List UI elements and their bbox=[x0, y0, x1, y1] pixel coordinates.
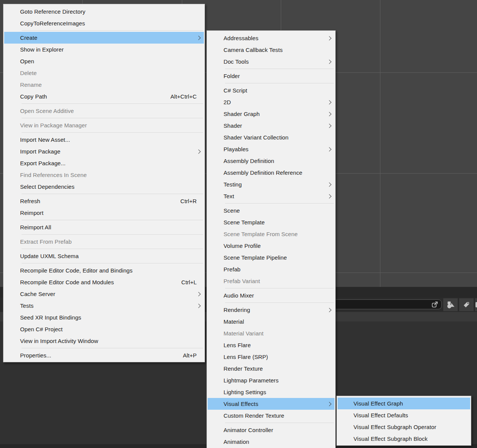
menu-item-addressables[interactable]: Addressables bbox=[208, 32, 335, 44]
submenu-arrow-icon bbox=[327, 147, 331, 151]
submenu-arrow-icon bbox=[327, 402, 331, 406]
menu-item-label: Update UXML Schema bbox=[4, 253, 204, 259]
menu-item-prefab[interactable]: Prefab bbox=[208, 263, 335, 275]
submenu-arrow-icon bbox=[327, 194, 331, 198]
menu-item-assembly-definition-reference[interactable]: Assembly Definition Reference bbox=[208, 167, 335, 179]
menu-item-material[interactable]: Material bbox=[208, 316, 335, 327]
search-by-type-button[interactable] bbox=[443, 298, 458, 311]
menu-item-show-in-explorer[interactable]: Show in Explorer bbox=[4, 44, 204, 55]
menu-item-select-dependencies[interactable]: Select Dependencies bbox=[4, 181, 204, 193]
menu-item-label: Visual Effect Graph bbox=[338, 400, 470, 407]
menu-item-label: Refresh bbox=[4, 198, 180, 204]
menu-item-lens-flare[interactable]: Lens Flare bbox=[208, 339, 335, 351]
menu-item-properties[interactable]: Properties...Alt+P bbox=[4, 349, 204, 361]
menu-item-label: Scene Template From Scene bbox=[208, 231, 335, 237]
clipped-edge-button[interactable] bbox=[475, 298, 477, 311]
menu-item-scene[interactable]: Scene bbox=[208, 205, 335, 216]
menu-item-open-c-project[interactable]: Open C# Project bbox=[4, 323, 204, 335]
menu-item-text[interactable]: Text bbox=[208, 190, 335, 202]
menu-item-open[interactable]: Open bbox=[4, 55, 204, 67]
menu-item-label: Shader Variant Collection bbox=[208, 134, 335, 141]
menu-item-audio-mixer[interactable]: Audio Mixer bbox=[208, 290, 335, 301]
menu-item-create[interactable]: Create bbox=[4, 32, 204, 44]
menu-item-volume-profile[interactable]: Volume Profile bbox=[208, 240, 335, 252]
menu-item-label: 2D bbox=[208, 99, 328, 105]
menu-item-label: Lighting Settings bbox=[208, 389, 335, 395]
menu-item-scene-template-pipeline[interactable]: Scene Template Pipeline bbox=[208, 252, 335, 263]
search-by-label-button[interactable] bbox=[459, 298, 474, 311]
menu-item-extract-from-prefab: Extract From Prefab bbox=[4, 236, 204, 247]
menu-item-label: Playables bbox=[208, 146, 328, 152]
menu-item-tests[interactable]: Tests bbox=[4, 300, 204, 312]
menu-item-reimport[interactable]: Reimport bbox=[4, 207, 204, 219]
menu-item-label: View in Package Manager bbox=[4, 122, 204, 128]
menu-item-recompile-editor-code-editor-and-bindings[interactable]: Recompile Editor Code, Editor and Bindin… bbox=[4, 265, 204, 276]
menu-item-doc-tools[interactable]: Doc Tools bbox=[208, 56, 335, 67]
menu-item-cache-server[interactable]: Cache Server bbox=[4, 288, 204, 300]
menu-item-animation[interactable]: Animation bbox=[208, 436, 335, 448]
menu-item-assembly-definition[interactable]: Assembly Definition bbox=[208, 155, 335, 167]
menu-item-update-uxml-schema[interactable]: Update UXML Schema bbox=[4, 250, 204, 262]
menu-item-label: Delete bbox=[4, 70, 204, 76]
menu-item-label: Scene Template bbox=[208, 219, 335, 226]
menu-item-visual-effect-subgraph-operator[interactable]: Visual Effect Subgraph Operator bbox=[338, 421, 470, 433]
menu-item-scene-template[interactable]: Scene Template bbox=[208, 216, 335, 228]
menu-item-shader[interactable]: Shader bbox=[208, 120, 335, 132]
menu-item-find-references-in-scene: Find References In Scene bbox=[4, 169, 204, 181]
open-in-search-window-button[interactable] bbox=[430, 300, 439, 309]
menu-item-import-new-asset[interactable]: Import New Asset... bbox=[4, 134, 204, 146]
menu-separator bbox=[22, 132, 203, 133]
menu-item-import-package[interactable]: Import Package bbox=[4, 146, 204, 157]
menu-item-render-texture[interactable]: Render Texture bbox=[208, 363, 335, 374]
menu-item-label: Scene Template Pipeline bbox=[208, 254, 335, 261]
unity-editor-window: Goto Reference DirectoryCopyToReferenceI… bbox=[0, 0, 477, 448]
menu-item-delete: Delete bbox=[4, 67, 204, 79]
menu-item-label: Find References In Scene bbox=[4, 172, 204, 178]
menu-separator bbox=[225, 302, 334, 303]
menu-item-label: Assembly Definition Reference bbox=[208, 169, 335, 176]
menu-separator bbox=[225, 69, 334, 69]
menu-item-visual-effect-subgraph-block[interactable]: Visual Effect Subgraph Block bbox=[338, 433, 470, 445]
menu-item-label: Prefab Variant bbox=[208, 278, 335, 284]
menu-item-playables[interactable]: Playables bbox=[208, 143, 335, 155]
submenu-arrow-icon bbox=[196, 36, 200, 40]
menu-item-shader-variant-collection[interactable]: Shader Variant Collection bbox=[208, 132, 335, 143]
context-menu: Goto Reference DirectoryCopyToReferenceI… bbox=[3, 4, 205, 362]
menu-item-c-script[interactable]: C# Script bbox=[208, 85, 335, 96]
menu-item-goto-reference-directory[interactable]: Goto Reference Directory bbox=[4, 6, 204, 17]
menu-item-reimport-all[interactable]: Reimport All bbox=[4, 221, 204, 233]
menu-item-2d[interactable]: 2D bbox=[208, 96, 335, 108]
menu-item-copy-path[interactable]: Copy PathAlt+Ctrl+C bbox=[4, 91, 204, 102]
menu-separator bbox=[225, 423, 334, 423]
menu-item-visual-effects[interactable]: Visual Effects bbox=[208, 398, 335, 410]
menu-item-export-package[interactable]: Export Package... bbox=[4, 157, 204, 169]
menu-item-lighting-settings[interactable]: Lighting Settings bbox=[208, 386, 335, 398]
menu-item-custom-render-texture[interactable]: Custom Render Texture bbox=[208, 410, 335, 421]
menu-item-label: Lens Flare (SRP) bbox=[208, 354, 335, 360]
menu-item-shader-graph[interactable]: Shader Graph bbox=[208, 108, 335, 120]
menu-item-testing[interactable]: Testing bbox=[208, 179, 335, 190]
menu-item-lens-flare-srp[interactable]: Lens Flare (SRP) bbox=[208, 351, 335, 363]
menu-item-label: Cache Server bbox=[4, 291, 197, 297]
submenu-arrow-icon bbox=[327, 124, 331, 128]
menu-item-label: Testing bbox=[208, 181, 328, 188]
menu-item-animator-controller[interactable]: Animator Controller bbox=[208, 424, 335, 436]
menu-item-rendering[interactable]: Rendering bbox=[208, 304, 335, 316]
menu-item-visual-effect-graph[interactable]: Visual Effect Graph bbox=[338, 398, 470, 409]
menu-item-label: Recompile Editor Code and Modules bbox=[4, 279, 181, 285]
menu-item-view-in-import-activity-window[interactable]: View in Import Activity Window bbox=[4, 335, 204, 347]
menu-item-copytoreferenceimages[interactable]: CopyToReferenceImages bbox=[4, 17, 204, 29]
menu-item-visual-effect-defaults[interactable]: Visual Effect Defaults bbox=[338, 409, 470, 421]
menu-item-label: Reimport All bbox=[4, 224, 204, 230]
submenu-arrow-icon bbox=[196, 292, 200, 296]
menu-item-label: Import New Asset... bbox=[4, 136, 204, 143]
menu-item-label: Shader bbox=[208, 122, 328, 129]
menu-item-shortcut: Ctrl+R bbox=[180, 198, 204, 204]
menu-item-refresh[interactable]: RefreshCtrl+R bbox=[4, 195, 204, 207]
menu-item-seed-xr-input-bindings[interactable]: Seed XR Input Bindings bbox=[4, 312, 204, 323]
menu-item-label: Tests bbox=[4, 302, 197, 309]
menu-item-camera-callback-tests[interactable]: Camera Callback Tests bbox=[208, 44, 335, 56]
menu-item-recompile-editor-code-and-modules[interactable]: Recompile Editor Code and ModulesCtrl+L bbox=[4, 276, 204, 288]
menu-item-folder[interactable]: Folder bbox=[208, 70, 335, 82]
menu-item-lightmap-parameters[interactable]: Lightmap Parameters bbox=[208, 374, 335, 386]
